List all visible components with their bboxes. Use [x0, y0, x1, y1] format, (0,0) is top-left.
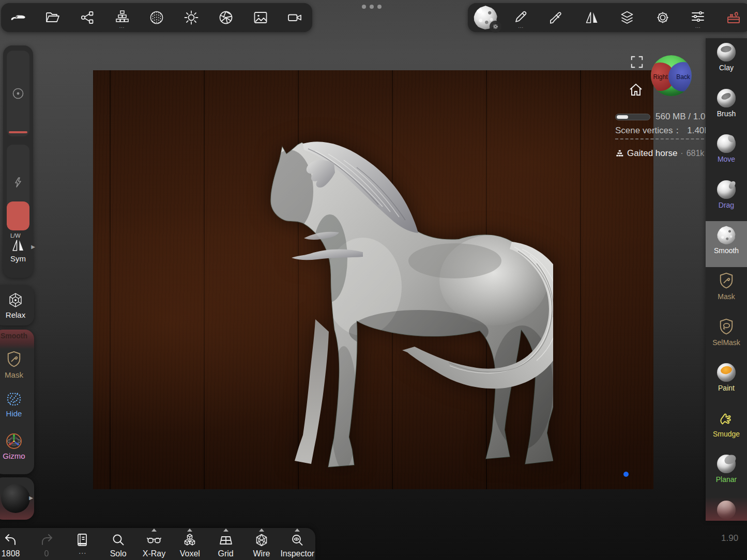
top-left-toolbar: …	[1, 3, 312, 32]
partial-sphere-icon	[717, 501, 736, 519]
solo-button[interactable]: Solo	[101, 533, 135, 558]
background-button[interactable]	[246, 3, 275, 32]
fullscreen-button[interactable]	[630, 55, 644, 69]
camera-button[interactable]	[280, 3, 309, 32]
tool-clay-label: Clay	[719, 64, 734, 72]
memory-usage-bar	[615, 114, 650, 120]
grid-label: Grid	[218, 549, 234, 558]
tool-planar[interactable]: Planar	[706, 450, 747, 496]
top-right-toolbar: … …	[468, 3, 747, 32]
wire-button[interactable]: Wire	[245, 533, 279, 558]
history-notes-button[interactable]: …	[65, 533, 99, 553]
material-button[interactable]	[142, 3, 171, 32]
xray-button[interactable]: X-Ray	[137, 533, 171, 558]
smudge-finger-icon	[718, 409, 735, 428]
material-preview-sphere[interactable]	[1, 484, 30, 513]
material-expand-arrow: ▶	[29, 495, 33, 501]
tool-next-partial[interactable]	[706, 496, 747, 521]
tool-paint[interactable]: Paint	[706, 359, 747, 405]
pencil-more: …	[518, 25, 524, 27]
symmetry-button[interactable]	[577, 3, 606, 32]
sculpt-viewport[interactable]	[93, 70, 653, 489]
xray-label: X-Ray	[143, 549, 165, 558]
app-menu-button[interactable]	[4, 3, 33, 32]
brush-alpha-button[interactable]	[471, 3, 500, 32]
relax-web-icon	[7, 292, 24, 308]
tool-move[interactable]: Move	[706, 130, 747, 176]
topology-button[interactable]: …	[108, 3, 136, 32]
tool-planar-label: Planar	[716, 475, 737, 484]
smooth-sphere-icon	[717, 226, 736, 244]
mask-label-left: Mask	[0, 370, 31, 379]
symmetry-toggle[interactable]: L/W ▶ Sym	[3, 232, 33, 263]
xray-caret-icon	[151, 528, 157, 532]
inspector-button[interactable]: Inspector	[280, 533, 314, 558]
layers-button[interactable]	[613, 3, 642, 32]
lighting-button[interactable]	[177, 3, 206, 32]
solo-label: Solo	[110, 549, 127, 558]
symmetry-lw-icon	[10, 239, 26, 252]
topology-more: …	[119, 25, 125, 27]
pencil-tool-button[interactable]: …	[507, 3, 536, 32]
intensity-slider[interactable]	[7, 145, 29, 230]
wire-caret-icon	[259, 528, 264, 532]
tool-clay[interactable]: Clay	[706, 38, 747, 84]
tool-selmask-label: SelMask	[712, 338, 740, 347]
scene-vertices: Scene vertices： 1.40M	[615, 125, 711, 136]
files-button[interactable]	[38, 3, 67, 32]
redo-button[interactable]: 0	[29, 533, 64, 558]
orientation-gizmo[interactable]: Right Back	[651, 55, 692, 96]
grid-button[interactable]: Grid	[209, 533, 243, 558]
layers-icon	[619, 10, 635, 25]
settings-gear-icon	[655, 10, 670, 25]
voxel-button[interactable]: Voxel	[173, 533, 207, 558]
material-sphere-icon	[149, 10, 164, 25]
tool-smooth-label: Smooth	[714, 246, 739, 255]
redo-count: 0	[44, 549, 49, 558]
postprocess-button[interactable]	[211, 3, 240, 32]
drag-sphere-icon	[717, 180, 736, 199]
pencil-icon	[513, 9, 529, 24]
brush-sphere-icon	[717, 89, 736, 107]
mask-button-left[interactable]: Mask	[0, 350, 31, 379]
hide-button[interactable]: Hide	[0, 391, 31, 418]
home-view-button[interactable]	[628, 82, 644, 98]
bottom-toolbar: 1808 0 … Solo X-Ray Voxel Grid Wire Insp…	[0, 528, 315, 560]
notebook-icon	[75, 533, 89, 548]
symmetry-icon	[584, 10, 600, 25]
mesh-icon	[615, 150, 624, 158]
gizmo-back-face[interactable]: Back	[668, 62, 692, 91]
clay-sphere-icon	[717, 43, 736, 61]
material-preview-panel[interactable]: ▶	[0, 477, 34, 520]
grid-caret-icon	[223, 528, 228, 532]
nomad-logo-icon	[9, 10, 27, 25]
stats-divider	[615, 138, 704, 139]
settings-button[interactable]	[648, 3, 677, 32]
relax-button[interactable]: Relax	[0, 285, 34, 325]
radius-slider[interactable]	[7, 51, 29, 136]
topology-icon	[114, 9, 130, 24]
paint-tool-button[interactable]	[542, 3, 571, 32]
tool-brush[interactable]: Brush	[706, 84, 747, 130]
gear-badge-icon	[492, 23, 499, 30]
toolbox-button[interactable]	[719, 3, 747, 32]
tool-smudge[interactable]: Smudge	[706, 405, 747, 450]
paintbrush-icon	[548, 10, 564, 25]
radius-dot-icon	[11, 87, 25, 100]
voxel-cubes-icon	[182, 533, 197, 548]
stroke-settings-button[interactable]: …	[683, 3, 712, 32]
brush-settings-badge[interactable]	[490, 21, 501, 33]
tool-drag[interactable]: Drag	[706, 176, 747, 222]
multitask-indicator[interactable]	[362, 5, 382, 9]
scene-graph-button[interactable]	[73, 3, 102, 32]
planar-sphere-icon	[717, 455, 736, 473]
tool-mask[interactable]: Mask	[706, 267, 747, 313]
tool-smooth[interactable]: Smooth	[706, 221, 747, 267]
tool-mask-label: Mask	[718, 292, 735, 301]
gizmo-button[interactable]: Gizmo	[0, 432, 31, 460]
mesh-list-item[interactable]: Gaited horse · 681k	[615, 148, 704, 159]
undo-button[interactable]: 1808	[0, 533, 28, 558]
tool-selmask[interactable]: SelMask	[706, 313, 747, 359]
folder-icon	[45, 10, 60, 25]
smooth-hint-banner: Smooth	[0, 330, 34, 349]
